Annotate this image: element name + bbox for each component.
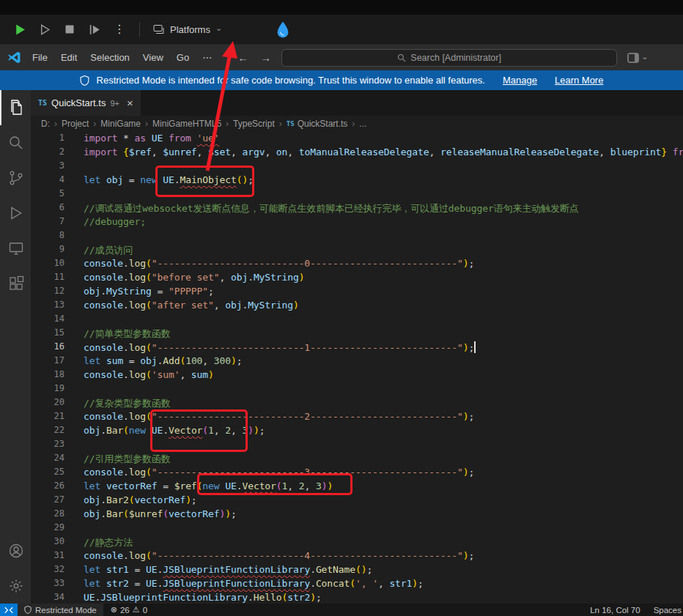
code-line-6[interactable]: 6//调试器通过websocket发送断点信息，可能断点生效前脚本已经执行完毕，… [31,202,683,216]
monitor-icon [7,240,25,257]
restart-button[interactable] [85,20,104,39]
cursor-position-status[interactable]: Ln 16, Col 70 [590,606,640,615]
menu-item-go[interactable]: Go [170,49,196,66]
line-number: 17 [31,355,64,369]
account-icon [7,542,25,560]
code-line-27[interactable]: 27obj.Bar2(vectorRef); [31,494,683,508]
manage-link[interactable]: Manage [503,75,537,86]
code-line-29[interactable]: 29 [31,522,683,536]
learn-more-link[interactable]: Learn More [555,75,603,86]
menu-item-selection[interactable]: Selection [84,49,136,66]
code-text: let obj = new UE.MainObject(); [64,174,683,188]
code-line-2[interactable]: 2import {$ref, $unref, $set, argv, on, t… [31,146,683,160]
code-line-3[interactable]: 3 [31,160,683,174]
menu-item-edit[interactable]: Edit [54,49,84,66]
code-line-33[interactable]: 33let str2 = UE.JSBlueprintFunctionLibra… [31,578,683,592]
code-text: console.log("--------------------------0… [64,258,683,272]
close-icon[interactable]: × [127,97,133,109]
code-text: console.log("--------------------------3… [64,467,683,480]
stop-icon [64,23,75,35]
indentation-status[interactable]: Spaces [654,606,682,615]
source-control-icon [7,169,25,187]
run-button[interactable] [10,20,29,39]
code-line-16[interactable]: 16console.log("-------------------------… [31,341,683,355]
search-input[interactable]: Search [Administrator] [281,49,617,67]
code-line-34[interactable]: 34UE.JSBlueprintFunctionLibrary.Hello(st… [31,592,683,604]
code-line-23[interactable]: 23 [31,439,683,453]
code-line-1[interactable]: 1import * as UE from 'ue' [31,133,683,146]
code-line-28[interactable]: 28obj.Bar($unref(vectorRef)); [31,508,683,522]
code-line-24[interactable]: 24//引用类型参数函数 [31,453,683,467]
menu-item-more[interactable]: ⋯ [196,49,218,66]
activity-source-control[interactable] [0,160,31,196]
code-text [64,522,683,536]
back-arrow-button[interactable]: ← [237,51,248,64]
breadcrumb-item[interactable]: D: [41,119,50,129]
breadcrumb-item[interactable]: ... [359,119,366,129]
activity-extensions[interactable] [0,266,31,301]
code-text: obj.Bar2(vectorRef); [64,494,683,508]
menu-item-view[interactable]: View [136,49,170,66]
kebab-menu-icon: ⋮ [114,23,125,35]
breadcrumb-item[interactable]: MiniGame [100,119,141,129]
menu-item-file[interactable]: File [26,49,54,66]
breadcrumb-item[interactable]: TSQuickStart.ts [287,119,348,129]
code-line-14[interactable]: 14 [31,313,683,327]
code-line-13[interactable]: 13console.log("after set", obj.MyString) [31,300,683,313]
restricted-mode-status[interactable]: Restricted Mode [18,604,103,616]
code-line-10[interactable]: 10console.log("-------------------------… [31,258,683,272]
breadcrumb-item[interactable]: MiniGameHTML5 [152,119,221,129]
code-line-5[interactable]: 5 [31,188,683,202]
problems-status[interactable]: ⊗ 26 ⚠ 0 [111,604,147,616]
code-line-9[interactable]: 9//成员访问 [31,244,683,258]
code-line-19[interactable]: 19 [31,383,683,397]
stop-button[interactable] [60,20,79,39]
code-text: obj.Bar(new UE.Vector(1, 2, 3)); [64,425,683,439]
code-line-32[interactable]: 32let str1 = UE.JSBlueprintFunctionLibra… [31,564,683,578]
code-line-25[interactable]: 25console.log("-------------------------… [31,467,683,480]
code-line-31[interactable]: 31console.log("-------------------------… [31,550,683,564]
shield-icon [24,606,32,614]
settings-button[interactable] [0,568,31,604]
more-actions-button[interactable]: ⋮ [110,20,129,39]
status-right: Ln 16, Col 70 Spaces [590,604,683,616]
activity-search[interactable] [0,125,31,160]
code-editor[interactable]: 1import * as UE from 'ue'2import {$ref, … [31,132,683,604]
code-line-4[interactable]: 4let obj = new UE.MainObject(); [31,174,683,188]
shield-icon [80,75,89,86]
platforms-icon [153,24,165,34]
breadcrumb-item[interactable]: TypeScript [233,119,275,129]
code-line-8[interactable]: 8 [31,230,683,244]
code-line-20[interactable]: 20//复杂类型参数函数 [31,397,683,411]
activity-remote-explorer[interactable] [0,231,31,266]
code-line-11[interactable]: 11console.log("before set", obj.MyString… [31,272,683,286]
code-line-17[interactable]: 17let sum = obj.Add(100, 300); [31,355,683,369]
line-number: 1 [31,133,64,146]
debug-button[interactable] [35,20,54,39]
code-line-15[interactable]: 15//简单类型参数函数 [31,327,683,341]
code-text [64,383,683,397]
code-line-12[interactable]: 12obj.MyString = "PPPPP"; [31,286,683,300]
code-line-30[interactable]: 30//静态方法 [31,536,683,550]
activity-run-debug[interactable] [0,196,31,231]
code-line-22[interactable]: 22obj.Bar(new UE.Vector(1, 2, 3)); [31,425,683,439]
code-line-26[interactable]: 26let vectorRef = $ref(new UE.Vector(1, … [31,480,683,494]
remote-indicator[interactable] [0,604,18,616]
code-text: obj.MyString = "PPPPP"; [64,286,683,300]
tab-quickstart[interactable]: TS QuickStart.ts 9+ × [31,90,141,116]
water-drop-icon [275,21,291,39]
blue-drop-icon[interactable] [275,21,291,39]
account-button[interactable] [0,533,31,568]
code-text [64,188,683,202]
code-line-21[interactable]: 21console.log("-------------------------… [31,411,683,425]
breadcrumb-separator: › [145,119,148,129]
platforms-dropdown[interactable]: Platforms ⌄ [149,21,226,38]
breadcrumb-item[interactable]: Project [62,119,89,129]
code-line-18[interactable]: 18console.log('sum', sum) [31,369,683,383]
layout-toggle-button[interactable]: ⌄ [627,53,648,63]
title-bar: FileEditSelectionViewGo⋯ ← → Search [Adm… [0,45,683,70]
code-line-7[interactable]: 7//debugger; [31,216,683,230]
activity-explorer[interactable] [0,90,31,125]
forward-arrow-button[interactable]: → [260,51,271,64]
typescript-file-icon: TS [38,99,47,107]
